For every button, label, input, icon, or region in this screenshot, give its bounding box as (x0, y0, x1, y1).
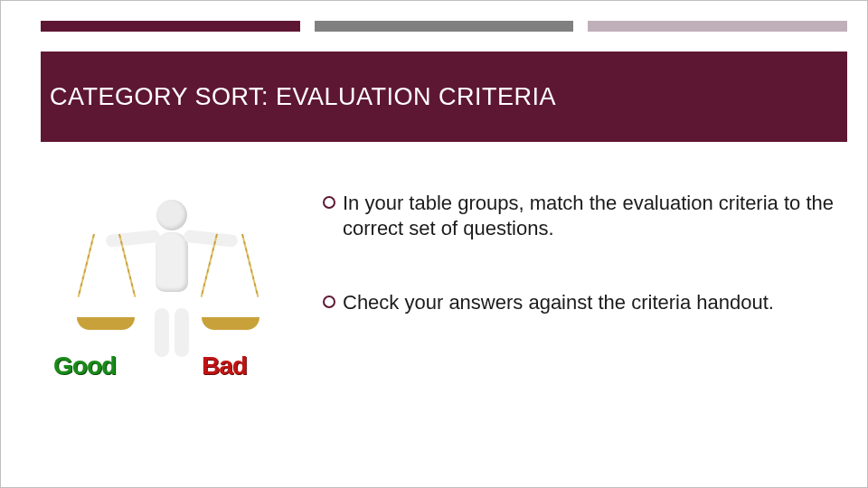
figure-person-icon (149, 200, 194, 317)
bullet-item: Check your answers against the criteria … (323, 290, 847, 315)
bullet-icon (323, 196, 335, 209)
bullet-item: In your table groups, match the evaluati… (323, 191, 847, 241)
slide-title: CATEGORY SORT: EVALUATION CRITERIA (50, 83, 556, 111)
title-band: CATEGORY SORT: EVALUATION CRITERIA (41, 52, 847, 142)
bullet-icon (323, 296, 335, 308)
bullet-text: Check your answers against the criteria … (343, 290, 847, 315)
accent-segment-left (41, 21, 300, 32)
illustration-good-bad-scale: Good Bad (41, 191, 294, 380)
accent-bar (41, 21, 847, 32)
label-good: Good (53, 352, 116, 380)
scale-chain-icon (78, 234, 95, 297)
slide: CATEGORY SORT: EVALUATION CRITERIA Good … (0, 0, 868, 488)
scale-pan-left-icon (77, 317, 135, 330)
scale-chain-icon (241, 234, 259, 297)
accent-segment-right (588, 21, 847, 32)
label-bad: Bad (202, 352, 247, 380)
scale-pan-right-icon (202, 317, 259, 330)
accent-segment-middle (315, 21, 574, 32)
bullet-text: In your table groups, match the evaluati… (343, 191, 847, 241)
bullet-list: In your table groups, match the evaluati… (323, 191, 847, 364)
slide-body: Good Bad In your table groups, match the… (41, 191, 847, 380)
